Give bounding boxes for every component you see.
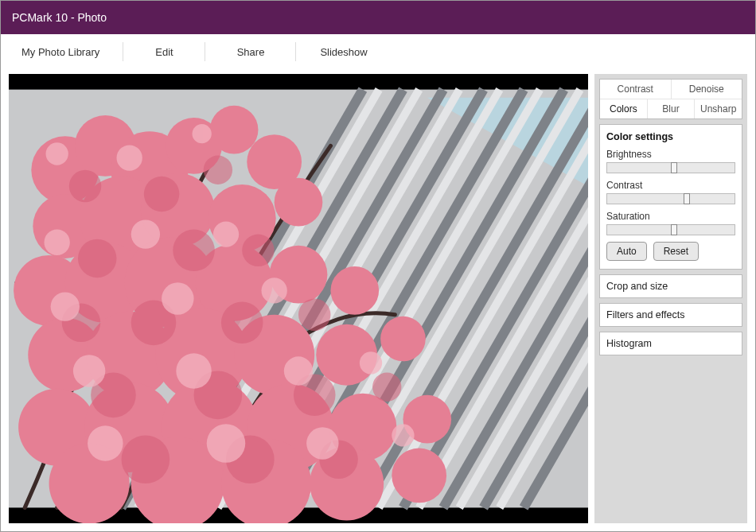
contrast-thumb[interactable]: [684, 193, 690, 204]
settings-title: Color settings: [606, 131, 735, 142]
tab-unsharp[interactable]: Unsharp: [695, 99, 742, 118]
reset-button[interactable]: Reset: [653, 242, 699, 261]
svg-point-91: [392, 424, 414, 446]
svg-point-84: [73, 355, 105, 386]
contrast-group: Contrast: [606, 180, 735, 204]
svg-point-90: [306, 427, 338, 459]
menu-slideshow[interactable]: Slideshow: [296, 34, 391, 69]
photo-canvas[interactable]: [9, 74, 588, 523]
svg-point-66: [221, 302, 263, 344]
adjustment-tabs: Contrast Denoise Colors Blur Unsharp: [599, 79, 742, 119]
saturation-group: Saturation: [606, 211, 735, 235]
svg-point-75: [46, 142, 68, 165]
svg-point-40: [330, 266, 379, 315]
app-window: PCMark 10 - Photo My Photo Library Edit …: [0, 0, 756, 532]
saturation-label: Saturation: [606, 211, 735, 222]
panel-filters-and-effects[interactable]: Filters and effects: [599, 303, 742, 327]
contrast-label: Contrast: [606, 180, 735, 191]
menu-my-photo-library[interactable]: My Photo Library: [15, 34, 123, 69]
svg-point-28: [210, 106, 259, 154]
svg-point-77: [193, 124, 212, 143]
svg-point-85: [176, 353, 211, 388]
content-area: Contrast Denoise Colors Blur Unsharp Col…: [1, 69, 755, 531]
svg-point-58: [69, 170, 101, 202]
tab-colors[interactable]: Colors: [600, 99, 648, 118]
saturation-thumb[interactable]: [671, 224, 677, 235]
svg-point-86: [284, 356, 313, 385]
auto-button[interactable]: Auto: [606, 242, 647, 261]
svg-point-82: [162, 282, 193, 314]
svg-point-87: [360, 351, 382, 374]
contrast-slider[interactable]: [606, 193, 735, 204]
svg-point-88: [88, 425, 123, 460]
photo-image: [9, 74, 588, 523]
svg-point-67: [298, 299, 330, 331]
svg-point-61: [78, 239, 117, 278]
svg-point-63: [242, 235, 274, 266]
menubar: My Photo Library Edit Share Slideshow: [1, 34, 755, 69]
window-title: PCMark 10 - Photo: [12, 11, 107, 24]
svg-point-46: [380, 316, 426, 362]
svg-point-79: [131, 219, 160, 248]
svg-point-60: [204, 156, 232, 184]
brightness-group: Brightness: [606, 149, 735, 173]
svg-point-71: [372, 373, 401, 402]
menu-edit[interactable]: Edit: [123, 34, 205, 69]
color-settings-panel: Color settings Brightness Contrast Satur…: [599, 124, 742, 270]
panel-histogram[interactable]: Histogram: [599, 332, 742, 355]
tab-denoise[interactable]: Denoise: [672, 80, 742, 99]
panel-crop-and-size[interactable]: Crop and size: [599, 274, 742, 298]
svg-point-81: [51, 292, 80, 320]
svg-point-34: [275, 178, 323, 227]
brightness-thumb[interactable]: [671, 162, 677, 173]
saturation-slider[interactable]: [606, 224, 735, 235]
svg-point-78: [44, 230, 69, 255]
svg-point-83: [261, 278, 286, 303]
svg-point-89: [207, 424, 246, 463]
sidebar: Contrast Denoise Colors Blur Unsharp Col…: [594, 74, 747, 523]
svg-point-80: [213, 221, 239, 247]
titlebar: PCMark 10 - Photo: [1, 1, 755, 34]
svg-point-76: [116, 145, 142, 170]
tab-contrast[interactable]: Contrast: [600, 80, 672, 99]
menu-share[interactable]: Share: [205, 34, 297, 69]
brightness-slider[interactable]: [606, 162, 735, 173]
svg-point-59: [144, 177, 179, 212]
svg-point-62: [173, 230, 215, 272]
svg-point-72: [122, 435, 170, 483]
tab-blur[interactable]: Blur: [648, 99, 696, 118]
brightness-label: Brightness: [606, 149, 735, 160]
svg-point-57: [392, 449, 446, 503]
